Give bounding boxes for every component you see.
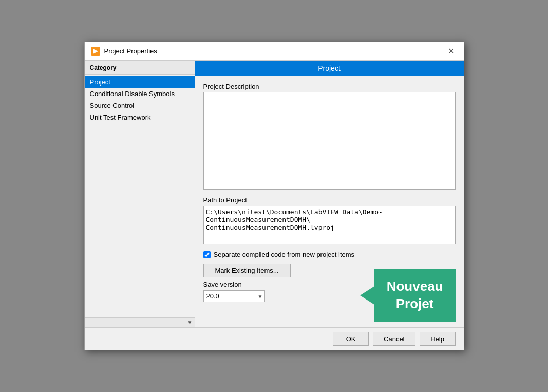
sidebar-item-conditional-disable[interactable]: Conditional Disable Symbols bbox=[85, 88, 195, 100]
help-button[interactable]: Help bbox=[420, 332, 456, 346]
project-description-textarea[interactable] bbox=[203, 92, 456, 190]
separate-compiled-label: Separate compiled code from new project … bbox=[214, 251, 355, 258]
sidebar-item-source-control[interactable]: Source Control bbox=[85, 100, 195, 111]
dialog-title: Project Properties bbox=[104, 47, 157, 55]
path-to-project-section: Path to Project C:\Users\nitest\Document… bbox=[203, 196, 456, 246]
dialog-footer: OK Cancel Help bbox=[85, 327, 464, 350]
nouveau-line1: Nouveau bbox=[387, 278, 443, 294]
mark-existing-button[interactable]: Mark Existing Items... bbox=[203, 264, 291, 277]
save-version-select[interactable]: 20.0 19.0 18.0 17.0 bbox=[203, 290, 265, 302]
category-list: Project Conditional Disable Symbols Sour… bbox=[85, 75, 195, 317]
close-button[interactable]: ✕ bbox=[445, 46, 458, 57]
sidebar-item-project[interactable]: Project bbox=[85, 76, 195, 88]
bottom-left: Mark Existing Items... Save version 20.0… bbox=[203, 264, 291, 302]
cancel-button[interactable]: Cancel bbox=[373, 332, 415, 346]
save-version-wrapper: 20.0 19.0 18.0 17.0 ▼ bbox=[203, 290, 265, 302]
path-to-project-label: Path to Project bbox=[203, 196, 456, 204]
path-to-project-textarea[interactable]: C:\Users\nitest\Documents\LabVIEW Data\D… bbox=[203, 206, 456, 244]
save-version-section: Save version 20.0 19.0 18.0 17.0 ▼ bbox=[203, 281, 291, 302]
nouveau-projet-badge: Nouveau Projet bbox=[374, 269, 456, 322]
labview-icon bbox=[91, 47, 100, 56]
project-description-label: Project Description bbox=[203, 83, 456, 90]
left-panel-scrollbar-bottom: ▼ bbox=[85, 317, 195, 327]
project-description-section: Project Description bbox=[203, 83, 456, 191]
category-header: Category bbox=[85, 61, 195, 75]
separate-compiled-checkbox[interactable] bbox=[203, 251, 211, 258]
title-bar-left: Project Properties bbox=[91, 47, 157, 56]
ok-button[interactable]: OK bbox=[333, 332, 369, 346]
arrow-left-icon bbox=[360, 286, 374, 305]
nouveau-projet-container: Nouveau Projet bbox=[374, 269, 456, 322]
left-panel: Category Project Conditional Disable Sym… bbox=[85, 61, 195, 327]
project-properties-dialog: Project Properties ✕ Category Project Co… bbox=[84, 42, 464, 350]
bottom-row: Mark Existing Items... Save version 20.0… bbox=[203, 264, 456, 322]
sidebar-item-unit-test[interactable]: Unit Test Framework bbox=[85, 111, 195, 123]
title-bar: Project Properties ✕ bbox=[85, 42, 464, 61]
scroll-down-icon: ▼ bbox=[187, 320, 193, 325]
save-version-label: Save version bbox=[203, 281, 291, 288]
content-area: Category Project Conditional Disable Sym… bbox=[85, 61, 464, 327]
separate-compiled-row: Separate compiled code from new project … bbox=[203, 251, 456, 258]
nouveau-line2: Projet bbox=[396, 296, 434, 311]
right-panel-header: Project bbox=[195, 61, 464, 76]
right-panel: Project Project Description Path to Proj… bbox=[195, 61, 464, 327]
right-panel-body: Project Description Path to Project C:\U… bbox=[195, 76, 464, 327]
